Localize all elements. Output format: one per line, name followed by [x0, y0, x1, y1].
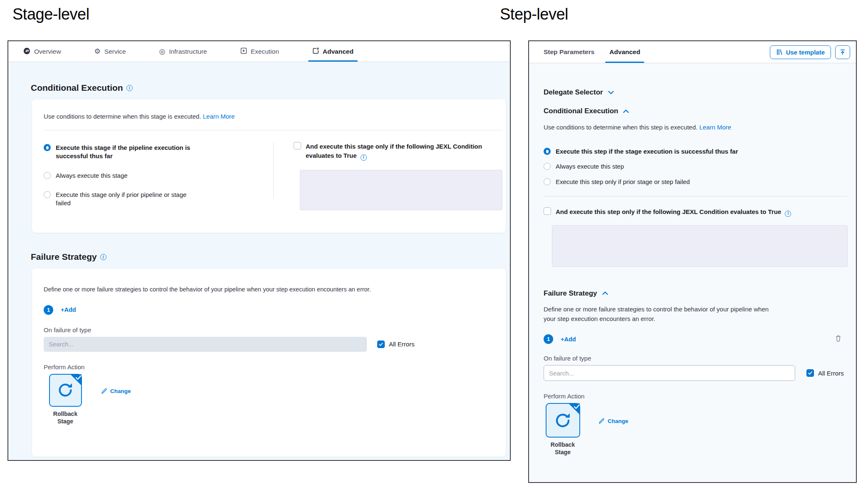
tab-step-parameters[interactable]: Step Parameters: [544, 41, 594, 63]
conditional-execution-heading: Conditional Execution i: [31, 83, 506, 93]
stage-advanced-panel: Overview ⚙ Service ◎ Infrastructure Exec…: [7, 40, 511, 461]
failure-type-search-input[interactable]: [44, 337, 367, 352]
infrastructure-icon: ◎: [159, 48, 166, 55]
learn-more-link[interactable]: Learn More: [203, 113, 235, 120]
checkbox-icon: [294, 142, 301, 149]
checkbox-label-text: And execute this step only if the follow…: [556, 208, 781, 215]
tab-service[interactable]: ⚙ Service: [94, 41, 126, 62]
template-library-icon: [776, 49, 783, 55]
tabbar-actions: Use template: [770, 41, 850, 63]
description-text: Use conditions to determine when this st…: [44, 113, 201, 120]
on-failure-label: On failure of type: [44, 326, 494, 333]
info-icon[interactable]: i: [785, 211, 791, 217]
failure-type-row: All Errors: [44, 337, 494, 352]
conditional-execution-options: Execute this stage if the pipeline execu…: [32, 130, 506, 210]
jexl-condition-checkbox[interactable]: And execute this step only if the follow…: [544, 207, 848, 217]
change-label: Change: [110, 388, 131, 394]
radio-execute-if-failed[interactable]: Execute this stage only if prior pipelin…: [44, 191, 273, 208]
all-errors-checkbox[interactable]: All Errors: [377, 341, 415, 348]
strategy-list-row: 1 +Add: [544, 334, 848, 344]
rollback-stage-tile[interactable]: [49, 374, 82, 407]
step-advanced-content: Delegate Selector Conditional Execution …: [529, 88, 856, 456]
info-icon[interactable]: i: [100, 254, 106, 260]
strategy-list-row: 1 +Add: [44, 305, 494, 315]
tab-advanced[interactable]: Advanced: [312, 41, 354, 62]
radio-always-execute[interactable]: Always execute this step: [544, 162, 848, 171]
use-template-button[interactable]: Use template: [770, 45, 831, 59]
radio-execute-if-failed[interactable]: Execute this step only if prior stage or…: [544, 178, 848, 186]
selected-check-corner: [70, 374, 82, 386]
learn-more-link[interactable]: Learn More: [699, 124, 731, 131]
change-label: Change: [608, 418, 628, 424]
conditional-execution-card: Use conditions to determine when this st…: [32, 99, 506, 233]
tab-label: Service: [104, 48, 126, 55]
perform-action-row: Rollback Stage Change: [544, 403, 848, 456]
upload-button[interactable]: [835, 45, 850, 59]
jexl-condition-input[interactable]: [300, 170, 502, 210]
radio-icon: [544, 148, 551, 155]
conditional-execution-heading[interactable]: Conditional Execution: [544, 107, 848, 115]
step-advanced-panel: Step Parameters Advanced Use template De…: [528, 40, 857, 483]
selected-action: Rollback Stage: [46, 374, 84, 425]
radio-label: Execute this step if the stage execution…: [556, 147, 738, 156]
failure-strategy-heading: Failure Strategy i: [31, 252, 506, 262]
tab-overview[interactable]: Overview: [23, 41, 61, 62]
tab-execution[interactable]: Execution: [240, 41, 279, 62]
change-action-link[interactable]: Change: [101, 388, 131, 394]
tab-advanced[interactable]: Advanced: [609, 41, 640, 63]
failure-strategy-description: Define one or more failure strategies to…: [544, 304, 772, 324]
chevron-up-icon: [623, 109, 629, 113]
checkbox-checked-icon: [377, 341, 385, 348]
add-strategy-link[interactable]: +Add: [561, 336, 576, 343]
overview-icon: [23, 47, 30, 56]
radio-execute-if-successful[interactable]: Execute this step if the stage execution…: [544, 147, 848, 156]
stage-level-title: Stage-level: [12, 5, 89, 23]
checkbox-checked-icon: [806, 369, 814, 377]
stage-advanced-content: Conditional Execution i Use conditions t…: [8, 62, 510, 457]
advanced-icon: [312, 47, 319, 55]
conditional-execution-description: Use conditions to determine when this st…: [544, 124, 848, 131]
failure-strategy-card: Define one or more failure strategies to…: [32, 269, 506, 457]
tab-label: Advanced: [323, 48, 354, 55]
strategy-badge[interactable]: 1: [544, 334, 553, 344]
on-failure-label: On failure of type: [544, 355, 848, 362]
step-tabbar: Step Parameters Advanced Use template: [529, 41, 856, 63]
all-errors-label: All Errors: [389, 341, 415, 348]
gear-icon: ⚙: [94, 48, 101, 55]
all-errors-checkbox[interactable]: All Errors: [806, 369, 844, 377]
heading-text: Failure Strategy: [31, 252, 97, 262]
failure-strategy-heading[interactable]: Failure Strategy: [544, 289, 848, 298]
chevron-up-icon: [602, 291, 608, 295]
radio-icon: [544, 178, 551, 185]
rollback-stage-tile[interactable]: [546, 403, 580, 438]
failure-type-row: All Errors: [544, 365, 848, 381]
heading-text: Delegate Selector: [544, 88, 603, 97]
failure-type-search-input[interactable]: [544, 365, 795, 381]
info-icon[interactable]: i: [361, 154, 367, 161]
change-action-link[interactable]: Change: [598, 418, 628, 424]
radio-icon: [544, 163, 551, 170]
tab-infrastructure[interactable]: ◎ Infrastructure: [159, 41, 207, 62]
strategy-badge[interactable]: 1: [44, 305, 53, 315]
use-template-label: Use template: [786, 49, 825, 56]
action-name: Rollback Stage: [46, 410, 84, 425]
radio-execute-if-successful[interactable]: Execute this stage if the pipeline execu…: [44, 144, 273, 161]
add-strategy-link[interactable]: +Add: [61, 306, 76, 313]
radio-always-execute[interactable]: Always execute this stage: [44, 172, 273, 180]
jexl-condition-checkbox[interactable]: And execute this stage only if the follo…: [294, 142, 502, 161]
upload-icon: [839, 49, 846, 55]
delegate-selector-heading[interactable]: Delegate Selector: [544, 88, 848, 97]
delete-strategy-icon[interactable]: [835, 335, 841, 343]
jexl-condition-input[interactable]: [552, 225, 848, 267]
conditional-execution-description: Use conditions to determine when this st…: [32, 99, 506, 130]
tab-label: Infrastructure: [169, 48, 207, 55]
tab-label: Execution: [251, 48, 279, 55]
info-icon[interactable]: i: [126, 85, 133, 91]
stage-tabbar: Overview ⚙ Service ◎ Infrastructure Exec…: [8, 41, 510, 62]
radio-label: Execute this stage only if prior pipelin…: [56, 191, 193, 208]
radio-label: Execute this step only if prior stage or…: [556, 178, 690, 186]
all-errors-label: All Errors: [818, 370, 844, 377]
checkbox-icon: [544, 207, 551, 215]
heading-text: Conditional Execution: [31, 83, 123, 93]
radio-label: Always execute this stage: [56, 172, 128, 180]
